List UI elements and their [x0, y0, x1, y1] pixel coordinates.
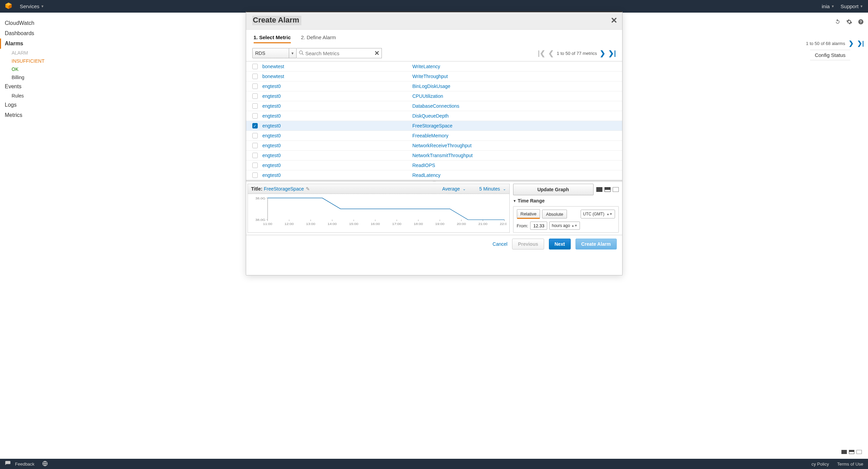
metric-name[interactable]: NetworkReceiveThroughput	[413, 143, 472, 148]
top-nav-bar: Services▼ inia▼ Support▼	[0, 0, 868, 13]
metric-name[interactable]: NetworkTransmitThroughput	[413, 153, 473, 158]
namespace-select[interactable]: RDS ▼	[252, 48, 297, 58]
metric-db-identifier[interactable]: engtest0	[263, 84, 413, 89]
metric-db-identifier[interactable]: engtest0	[263, 143, 413, 148]
svg-text:20:00: 20:00	[457, 222, 466, 226]
support-menu[interactable]: Support▼	[841, 3, 863, 9]
statistic-select[interactable]: Average⌄	[442, 186, 466, 192]
close-icon[interactable]: ✕	[611, 16, 617, 25]
svg-text:11:00: 11:00	[263, 222, 272, 226]
metric-name[interactable]: FreeableMemory	[413, 133, 449, 138]
aws-logo-icon[interactable]	[5, 2, 12, 11]
globe-icon[interactable]	[42, 460, 48, 468]
metric-row[interactable]: engtest0NetworkTransmitThroughput	[246, 150, 622, 160]
region-menu[interactable]: inia▼	[822, 3, 834, 9]
update-graph-button[interactable]: Update Graph	[513, 184, 594, 195]
step-select-metric[interactable]: 1. Select Metric	[254, 34, 291, 43]
clear-search-icon[interactable]: ✕	[374, 49, 379, 57]
privacy-link[interactable]: cy Policy	[811, 462, 829, 467]
metric-db-identifier[interactable]: engtest0	[263, 103, 413, 109]
metric-row[interactable]: engtest0ReadIOPS	[246, 160, 622, 170]
metric-checkbox[interactable]	[252, 143, 258, 148]
svg-text:18:00: 18:00	[414, 222, 423, 226]
feedback-link[interactable]: Feedback	[15, 462, 34, 467]
metric-row[interactable]: engtest0BinLogDiskUsage	[246, 81, 622, 91]
namespace-value: RDS	[255, 50, 266, 56]
metric-row[interactable]: engtest0ReadLatency	[246, 170, 622, 180]
metric-checkbox[interactable]	[252, 103, 258, 109]
tab-relative[interactable]: Relative	[517, 209, 540, 219]
metric-db-identifier[interactable]: engtest0	[263, 172, 413, 178]
metric-row[interactable]: engtest0DatabaseConnections	[246, 101, 622, 111]
metric-row[interactable]: engtest0NetworkReceiveThroughput	[246, 140, 622, 150]
metric-row[interactable]: bonewtestWriteLatency	[246, 61, 622, 71]
create-alarm-button[interactable]: Create Alarm	[575, 239, 617, 249]
metric-row[interactable]: bonewtestWriteThroughput	[246, 71, 622, 81]
svg-text:17:00: 17:00	[392, 222, 401, 226]
svg-text:12:00: 12:00	[284, 222, 294, 226]
from-unit-select[interactable]: hours ago▲▼	[549, 222, 580, 230]
metric-checkbox[interactable]	[252, 133, 258, 138]
metric-checkbox[interactable]	[252, 93, 258, 99]
time-range-header[interactable]: ▼Time Range	[513, 198, 619, 203]
step-define-alarm[interactable]: 2. Define Alarm	[301, 34, 336, 43]
create-alarm-modal: Create Alarm ✕ 1. Select Metric 2. Defin…	[246, 11, 623, 275]
search-metrics-box: ✕	[297, 48, 382, 58]
metric-db-identifier[interactable]: engtest0	[263, 133, 413, 138]
metric-name[interactable]: DiskQueueDepth	[413, 113, 449, 119]
feedback-icon[interactable]	[5, 460, 11, 468]
metrics-first-page[interactable]: |❮	[538, 49, 546, 57]
metric-name[interactable]: BinLogDiskUsage	[413, 84, 450, 89]
metric-name[interactable]: WriteThroughput	[413, 74, 448, 79]
tab-absolute[interactable]: Absolute	[542, 210, 567, 218]
metric-row[interactable]: engtest0DiskQueueDepth	[246, 111, 622, 121]
metric-db-identifier[interactable]: engtest0	[263, 163, 413, 168]
metric-checkbox[interactable]	[252, 113, 258, 119]
metric-name[interactable]: WriteLatency	[413, 64, 440, 69]
svg-text:21:00: 21:00	[478, 222, 487, 226]
metrics-table: bonewtestWriteLatencybonewtestWriteThrou…	[246, 61, 622, 180]
metric-name[interactable]: ReadLatency	[413, 172, 441, 178]
metric-db-identifier[interactable]: engtest0	[263, 113, 413, 119]
metric-row[interactable]: engtest0FreeableMemory	[246, 131, 622, 140]
metric-db-identifier[interactable]: engtest0	[263, 123, 413, 128]
metric-db-identifier[interactable]: engtest0	[263, 93, 413, 99]
metric-name[interactable]: CPUUtilization	[413, 93, 443, 99]
from-value-input[interactable]	[530, 222, 547, 230]
graph-layout-empty-icon[interactable]	[613, 187, 619, 192]
metric-row[interactable]: engtest0CPUUtilization	[246, 91, 622, 101]
metric-checkbox[interactable]	[252, 163, 258, 168]
metric-db-identifier[interactable]: engtest0	[263, 153, 413, 158]
metric-db-identifier[interactable]: bonewtest	[263, 64, 413, 69]
previous-button[interactable]: Previous	[512, 239, 544, 249]
graph-layout-split-icon[interactable]	[604, 187, 611, 192]
edit-title-icon[interactable]: ✎	[306, 186, 310, 192]
timezone-select[interactable]: UTC (GMT)▲▼	[581, 210, 615, 218]
metric-checkbox[interactable]	[252, 64, 258, 69]
metric-checkbox[interactable]	[252, 74, 258, 79]
metric-checkbox[interactable]	[252, 172, 258, 178]
metric-checkbox[interactable]	[252, 84, 258, 89]
next-button[interactable]: Next	[549, 239, 571, 249]
metric-name[interactable]: DatabaseConnections	[413, 103, 460, 109]
svg-text:15:00: 15:00	[349, 222, 358, 226]
search-input[interactable]	[305, 50, 374, 56]
metric-row[interactable]: ✓engtest0FreeStorageSpace	[246, 121, 622, 131]
terms-link[interactable]: Terms of Use	[837, 462, 863, 467]
graph-layout-full-icon[interactable]	[596, 187, 602, 192]
svg-line-7	[302, 54, 303, 55]
metric-checkbox[interactable]: ✓	[252, 123, 258, 128]
metric-checkbox[interactable]	[252, 153, 258, 158]
services-menu[interactable]: Services▼	[20, 3, 44, 9]
svg-text:14:00: 14:00	[327, 222, 336, 226]
period-select[interactable]: 5 Minutes⌄	[479, 186, 506, 192]
metrics-next-page[interactable]: ❯	[600, 49, 605, 57]
metric-name[interactable]: FreeStorageSpace	[413, 123, 453, 128]
metric-db-identifier[interactable]: bonewtest	[263, 74, 413, 79]
cancel-button[interactable]: Cancel	[493, 241, 508, 247]
graph-panel: Title: FreeStorageSpace ✎ Average⌄ 5 Min…	[248, 184, 510, 233]
metric-name[interactable]: ReadIOPS	[413, 163, 435, 168]
metrics-prev-page[interactable]: ❮	[548, 49, 554, 57]
metrics-last-page[interactable]: ❯|	[608, 49, 616, 57]
modal-overlay: Create Alarm ✕ 1. Select Metric 2. Defin…	[0, 13, 868, 459]
